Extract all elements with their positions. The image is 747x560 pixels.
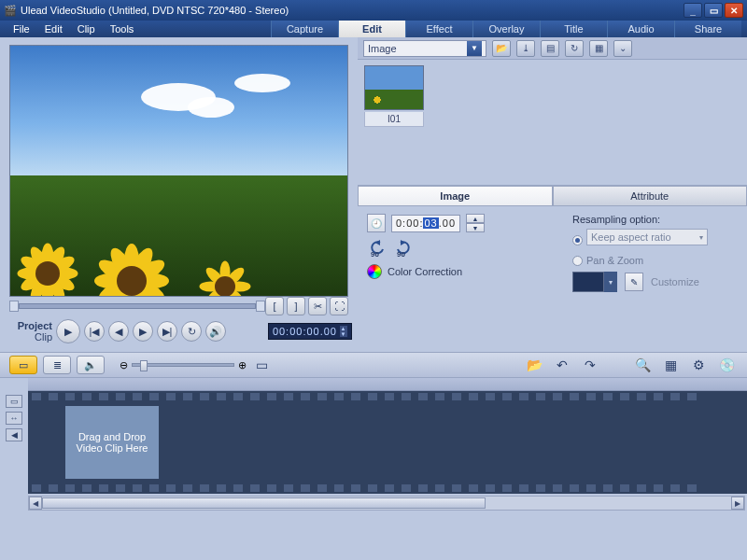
scroll-thumb[interactable] [42, 497, 486, 509]
menu-file[interactable]: File [6, 23, 37, 35]
undo-icon[interactable]: ↶ [551, 355, 573, 375]
thumbnail-i01[interactable]: I01 [361, 63, 427, 181]
tab-audio[interactable]: Audio [607, 21, 674, 37]
smart-proxy-icon[interactable]: 🔍 [631, 355, 654, 375]
timeline-scrollbar[interactable]: ◀ ▶ [28, 496, 745, 511]
next-frame-button[interactable]: ▶ [133, 321, 153, 342]
storyboard-strip[interactable]: Drag and Drop Video Clip Here [28, 391, 747, 494]
mark-out-handle[interactable] [256, 301, 265, 312]
tab-effect[interactable]: Effect [405, 21, 472, 37]
tool-b-icon[interactable]: 💿 [715, 355, 738, 375]
repeat-button[interactable]: ↻ [181, 321, 202, 342]
storyboard-view-button[interactable]: ▭ [9, 356, 37, 374]
redo-icon[interactable]: ↷ [579, 355, 601, 375]
transport-controls: Project Clip ▶ |◀ ◀ ▶ ▶| ↻ 🔊 00:00:00.00… [9, 319, 352, 343]
resampling-label: Resampling option: [572, 214, 738, 225]
panzoom-preset-dropdown[interactable]: ▾ [604, 272, 617, 292]
duration-down[interactable]: ▼ [466, 223, 485, 232]
tab-capture[interactable]: Capture [271, 21, 338, 37]
customize-icon[interactable]: ✎ [625, 273, 643, 291]
menu-clip[interactable]: Clip [70, 23, 103, 35]
timeline-view-button[interactable]: ≣ [43, 356, 71, 374]
mark-out-button[interactable]: ] [287, 297, 305, 315]
options-tab-attribute[interactable]: Attribute [553, 186, 748, 206]
duration-icon: 🕘 [367, 214, 386, 232]
maximize-button[interactable]: ▭ [704, 3, 723, 18]
menubar: File Edit Clip Tools Capture Edit Effect… [0, 21, 747, 37]
insert-media-icon[interactable]: 📂 [523, 355, 545, 375]
minimize-button[interactable]: _ [684, 3, 702, 18]
zoom-control: ⊖ ⊕ ▭ [120, 355, 273, 375]
load-media-icon[interactable]: ⤓ [516, 40, 535, 57]
options-panel: Image Attribute 🕘 0:00:03.00 ▲ ▼ 90 [358, 185, 747, 300]
library-toolbar: Image▼ 📂 ⤓ ▤ ↻ ▦ ⌄ [358, 37, 747, 60]
manager-icon[interactable]: ▦ [589, 40, 608, 57]
options-tab-image[interactable]: Image [358, 186, 553, 206]
split-button[interactable]: ✂ [308, 297, 327, 315]
color-wheel-icon [367, 264, 382, 279]
zoom-slider[interactable] [132, 363, 234, 367]
rotate-left-button[interactable]: 90 [367, 240, 388, 257]
volume-button[interactable]: 🔊 [205, 321, 226, 342]
close-button[interactable]: ✕ [725, 3, 743, 18]
end-button[interactable]: ▶| [157, 321, 177, 342]
radio-keep-aspect[interactable]: Keep aspect ratio▾ [572, 229, 738, 251]
keep-aspect-combo[interactable]: Keep aspect ratio▾ [586, 229, 708, 245]
timeline-toolbar: ▭ ≣ 🔈 ⊖ ⊕ ▭ 📂 ↶ ↷ 🔍 ▦ ⚙ 💿 [0, 352, 747, 378]
scroll-right-arrow[interactable]: ▶ [731, 497, 744, 510]
expand-icon[interactable]: ⌄ [613, 40, 632, 57]
scroll-left-arrow[interactable]: ◀ [29, 497, 42, 510]
drop-clip-placeholder[interactable]: Drag and Drop Video Clip Here [65, 406, 159, 479]
color-correction-button[interactable]: Color Correction [367, 264, 554, 279]
video-track-header[interactable]: ▭ [6, 395, 22, 408]
tab-edit[interactable]: Edit [338, 21, 405, 37]
mode-project-label[interactable]: Project [9, 320, 52, 331]
timeline: ▭ ↔ ◀ Drag and Drop Video Clip Here ◀ ▶ [0, 378, 747, 511]
track-headers: ▭ ↔ ◀ [0, 391, 28, 494]
menu-tools[interactable]: Tools [103, 23, 142, 35]
library-thumbnails: I01 [358, 60, 747, 185]
open-folder-icon[interactable]: 📂 [492, 40, 511, 57]
enlarge-button[interactable]: ⛶ [330, 297, 348, 315]
panzoom-preset-swatch[interactable] [572, 272, 604, 292]
step-tabs: Capture Edit Effect Overlay Title Audio … [141, 21, 741, 37]
mode-clip-label[interactable]: Clip [9, 331, 52, 343]
trim-bar[interactable]: [ ] ✂ ⛶ [9, 301, 352, 312]
rotate-right-button[interactable]: 90 [393, 240, 414, 257]
fit-project-icon[interactable]: ▭ [250, 355, 273, 375]
menu-edit[interactable]: Edit [37, 23, 70, 35]
home-button[interactable]: |◀ [84, 321, 105, 342]
duration-field[interactable]: 0:00:03.00 [391, 215, 460, 232]
app-icon: 🎬 [4, 5, 17, 17]
audio-view-button[interactable]: 🔈 [77, 356, 105, 374]
timecode-display[interactable]: 00:00:00.00 ▲▼ [268, 323, 352, 340]
preview-monitor[interactable] [9, 45, 348, 297]
mark-in-handle[interactable] [9, 301, 19, 312]
titlebar: 🎬 Ulead VideoStudio (Untitled, DVD NTSC … [0, 0, 747, 21]
timecode-down[interactable]: ▼ [340, 331, 347, 337]
play-button[interactable]: ▶ [56, 319, 80, 343]
tab-share[interactable]: Share [674, 21, 741, 37]
window-title: Ulead VideoStudio (Untitled, DVD NTSC 72… [17, 5, 684, 16]
preview-pane: [ ] ✂ ⛶ Project Clip ▶ |◀ ◀ ▶ ▶| ↻ 🔊 00:… [0, 37, 358, 352]
zoom-in-icon[interactable]: ⊕ [238, 359, 247, 371]
library-category-select[interactable]: Image▼ [363, 40, 486, 57]
radio-pan-zoom[interactable]: Pan & Zoom [572, 255, 738, 266]
tool-a-icon[interactable]: ⚙ [687, 355, 710, 375]
duration-up[interactable]: ▲ [466, 214, 485, 223]
tab-title[interactable]: Title [540, 21, 607, 37]
tab-overlay[interactable]: Overlay [472, 21, 540, 37]
prev-frame-button[interactable]: ◀ [108, 321, 129, 342]
sort-icon[interactable]: ▤ [541, 40, 559, 57]
batch-convert-icon[interactable]: ▦ [659, 355, 682, 375]
timeline-ruler[interactable] [28, 378, 747, 391]
refresh-icon[interactable]: ↻ [565, 40, 584, 57]
scroll-left[interactable]: ◀ [6, 428, 22, 441]
customize-label[interactable]: Customize [651, 276, 699, 287]
mark-in-button[interactable]: [ [265, 297, 284, 315]
overlay-track-header[interactable]: ↔ [6, 412, 22, 425]
zoom-out-icon[interactable]: ⊖ [120, 359, 128, 371]
library-and-options: Image▼ 📂 ⤓ ▤ ↻ ▦ ⌄ I01 Image Attribute [358, 37, 747, 352]
